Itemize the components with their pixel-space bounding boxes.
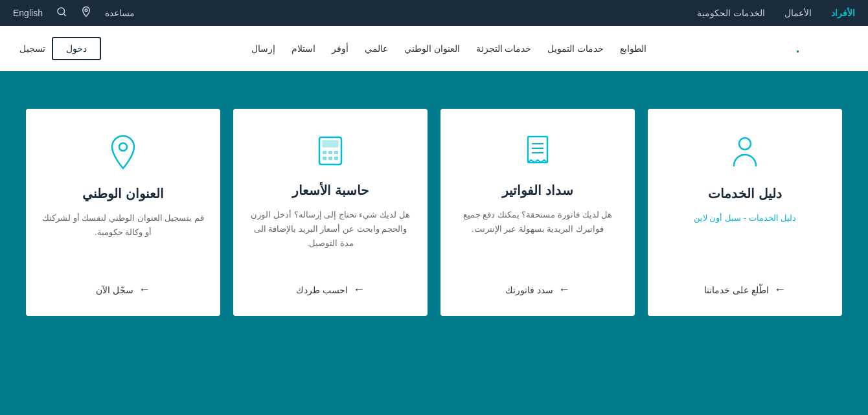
svg-rect-13 (528, 137, 547, 163)
top-navigation: الأفراد الأعمال الخدمات الحكومية مساعدة … (0, 0, 868, 26)
hero-section: العنوان الوطني قم بتسجيل العنوان الوطني … (0, 76, 868, 368)
service-guide-card-title: دليل الخدمات (708, 186, 782, 201)
service-guide-card: دليل الخدمات دليل الخدمات - سبل أون لاين… (648, 109, 842, 316)
main-navigation: SPL إرسال استلام أوفر عالمي العنوان الوط… (0, 26, 868, 71)
price-calculator-card-title: حاسبة الأسعار (292, 183, 369, 198)
svg-rect-10 (323, 157, 326, 160)
national-address-card-title: العنوان الوطني (82, 186, 164, 201)
bill-payment-action-arrow: ← (558, 283, 570, 297)
nav-stamps[interactable]: الطوابع (620, 43, 646, 54)
nav-send[interactable]: إرسال (251, 43, 275, 54)
bill-payment-card: سداد الفواتير هل لديك فاتورة مستحقة؟ يمك… (440, 109, 635, 316)
top-nav-right-items: الأفراد الأعمال الخدمات الحكومية (697, 8, 855, 18)
english-language-toggle[interactable]: English (13, 8, 43, 18)
service-guide-action-arrow: ← (774, 283, 786, 297)
nav-offer[interactable]: أوفر (332, 43, 348, 54)
location-icon[interactable] (80, 6, 92, 20)
teal-divider (0, 71, 868, 76)
national-address-card-action[interactable]: ← سجّل الآن (96, 270, 150, 297)
svg-text:SPL: SPL (797, 38, 799, 56)
top-nav-government[interactable]: الخدمات الحكومية (697, 8, 765, 18)
site-logo[interactable]: SPL (797, 32, 849, 66)
svg-rect-8 (328, 151, 332, 154)
national-address-action-arrow: ← (139, 283, 150, 297)
svg-rect-12 (334, 157, 338, 160)
price-calculator-card-description: هل لديك شيء تحتاج إلى إرساله؟ أدخل الوزن… (249, 208, 411, 270)
nav-finance[interactable]: خدمات التمويل (547, 43, 604, 54)
svg-point-17 (739, 138, 751, 150)
top-nav-left-items: مساعدة English (13, 6, 135, 20)
main-nav-links: إرسال استلام أوفر عالمي العنوان الوطني خ… (251, 43, 647, 54)
service-guide-link[interactable]: دليل الخدمات - سبل أون لاين (694, 213, 796, 223)
bill-payment-card-description: هل لديك فاتورة مستحقة؟ يمكنك دفع جميع فو… (457, 208, 619, 270)
main-nav-auth-buttons: دخول تسجيل (19, 37, 101, 60)
service-guide-action-label: اطّلع على خدماتنا (704, 285, 769, 295)
cards-container: العنوان الوطني قم بتسجيل العنوان الوطني … (26, 109, 842, 316)
search-icon[interactable] (56, 6, 67, 20)
bill-payment-action-label: سدد فاتورتك (505, 285, 553, 295)
logo-text: SPL (797, 32, 849, 66)
price-calculator-card-action[interactable]: ← احسب طردك (296, 270, 365, 297)
svg-rect-7 (323, 151, 326, 154)
svg-rect-9 (334, 151, 338, 154)
register-button[interactable]: تسجيل (19, 43, 45, 54)
svg-point-0 (85, 9, 87, 12)
price-calculator-action-arrow: ← (353, 283, 365, 297)
national-address-action-label: سجّل الآن (96, 285, 133, 295)
logo-container: SPL (797, 32, 849, 66)
national-address-card-description: قم بتسجيل العنوان الوطني لنفسك أو لشركتك… (42, 211, 204, 270)
nav-receive[interactable]: استلام (291, 43, 315, 54)
price-calculator-action-label: احسب طردك (296, 285, 348, 295)
national-address-card: العنوان الوطني قم بتسجيل العنوان الوطني … (26, 109, 220, 316)
svg-rect-11 (328, 157, 332, 160)
person-card-icon (729, 135, 761, 176)
bill-payment-card-title: سداد الفواتير (502, 183, 573, 198)
nav-retail[interactable]: خدمات التجزئة (476, 43, 532, 54)
nav-global[interactable]: عالمي (365, 43, 388, 54)
help-link[interactable]: مساعدة (105, 8, 135, 18)
service-guide-card-description: دليل الخدمات - سبل أون لاين (694, 211, 796, 270)
top-nav-business[interactable]: الأعمال (784, 8, 812, 18)
svg-rect-6 (323, 140, 338, 147)
price-calculator-card: حاسبة الأسعار هل لديك شيء تحتاج إلى إرسا… (233, 109, 428, 316)
top-nav-individuals[interactable]: الأفراد (831, 8, 855, 18)
nav-national-address[interactable]: العنوان الوطني (404, 43, 460, 54)
svg-point-4 (119, 143, 127, 151)
bill-payment-card-action[interactable]: ← سدد فاتورتك (505, 270, 570, 297)
service-guide-card-action[interactable]: ← اطّلع على خدماتنا (704, 270, 786, 297)
svg-line-2 (63, 14, 65, 16)
svg-point-1 (58, 8, 65, 15)
calculator-card-icon (314, 135, 347, 173)
receipt-card-icon (521, 135, 554, 173)
login-button[interactable]: دخول (52, 37, 101, 60)
location-card-icon (107, 135, 139, 176)
